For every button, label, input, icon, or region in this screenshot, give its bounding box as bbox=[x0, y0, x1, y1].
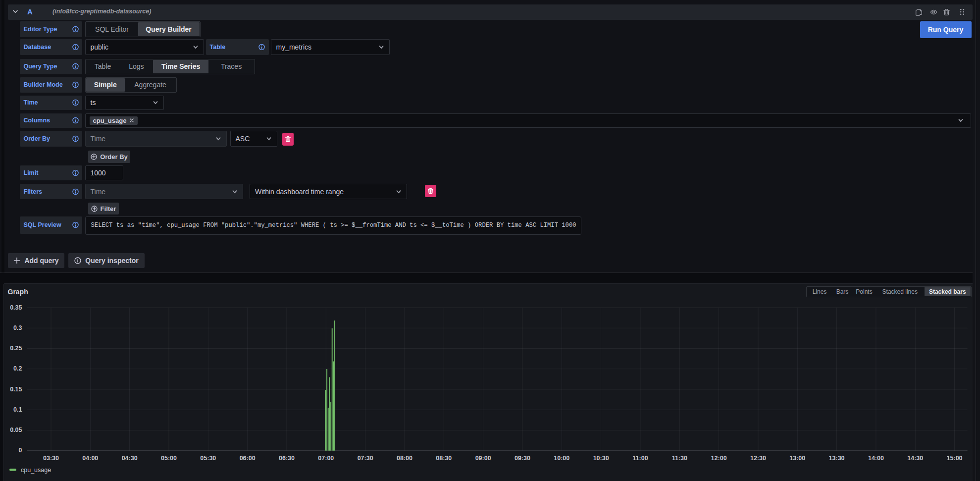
svg-text:07:00: 07:00 bbox=[318, 455, 334, 462]
svg-text:10:30: 10:30 bbox=[593, 455, 609, 462]
svg-text:09:00: 09:00 bbox=[475, 455, 491, 462]
svg-text:0.25: 0.25 bbox=[10, 345, 22, 352]
svg-text:03:30: 03:30 bbox=[43, 455, 59, 462]
svg-text:07:30: 07:30 bbox=[358, 455, 373, 462]
svg-text:15:00: 15:00 bbox=[947, 455, 963, 462]
svg-text:13:30: 13:30 bbox=[829, 455, 845, 462]
svg-text:0.3: 0.3 bbox=[13, 324, 22, 331]
svg-text:04:30: 04:30 bbox=[122, 455, 138, 462]
svg-text:11:00: 11:00 bbox=[632, 455, 648, 462]
svg-text:13:00: 13:00 bbox=[789, 455, 805, 462]
svg-text:06:00: 06:00 bbox=[240, 455, 256, 462]
svg-text:0.1: 0.1 bbox=[13, 406, 22, 413]
svg-text:05:30: 05:30 bbox=[200, 455, 216, 462]
svg-text:0.05: 0.05 bbox=[10, 427, 22, 433]
svg-text:10:00: 10:00 bbox=[554, 455, 569, 462]
svg-text:08:30: 08:30 bbox=[436, 455, 452, 462]
svg-text:0: 0 bbox=[19, 447, 22, 454]
svg-text:0.2: 0.2 bbox=[13, 365, 22, 372]
svg-text:12:00: 12:00 bbox=[711, 455, 727, 462]
svg-text:12:30: 12:30 bbox=[750, 455, 766, 462]
svg-text:05:00: 05:00 bbox=[161, 455, 177, 462]
svg-text:cpu_usage: cpu_usage bbox=[21, 467, 51, 474]
svg-text:04:00: 04:00 bbox=[82, 455, 98, 462]
svg-text:0.35: 0.35 bbox=[10, 304, 22, 311]
svg-text:09:30: 09:30 bbox=[515, 455, 530, 462]
svg-text:14:00: 14:00 bbox=[868, 455, 884, 462]
svg-text:11:30: 11:30 bbox=[672, 455, 687, 462]
svg-text:14:30: 14:30 bbox=[907, 455, 923, 462]
svg-text:08:00: 08:00 bbox=[397, 455, 413, 462]
svg-text:0.15: 0.15 bbox=[10, 386, 22, 393]
svg-text:06:30: 06:30 bbox=[279, 455, 295, 462]
